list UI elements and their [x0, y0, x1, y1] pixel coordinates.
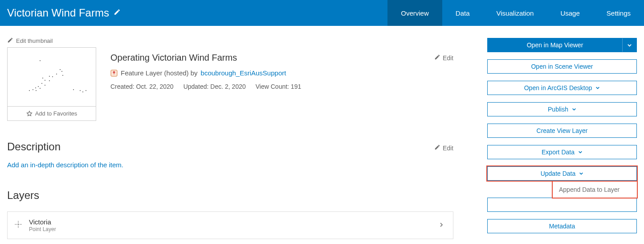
tabs: Overview Data Visualization Usage Settin…: [387, 0, 644, 26]
pencil-icon: [434, 54, 440, 62]
button-label: Open in ArcGIS Desktop: [524, 84, 592, 91]
overview-top-row: Add to Favorites Operating Victorian Win…: [7, 47, 453, 121]
pencil-icon: [7, 37, 13, 45]
meta-column: Operating Victorian Wind Farms Edit: [110, 47, 453, 121]
tab-usage[interactable]: Usage: [547, 0, 593, 26]
edit-title-icon[interactable]: [114, 8, 121, 17]
chevron-right-icon: [439, 221, 444, 229]
chevron-down-icon: [595, 86, 600, 90]
edit-label: Edit: [443, 54, 453, 62]
button-label: Export Data: [542, 149, 575, 156]
layers-heading: Layers: [7, 189, 39, 202]
edit-summary-button[interactable]: Edit: [434, 54, 453, 62]
layer-item[interactable]: Victoria Point Layer: [7, 211, 453, 239]
description-placeholder[interactable]: Add an in-depth description of the item.: [7, 161, 453, 169]
export-data-button[interactable]: Export Data: [487, 145, 637, 159]
edit-label: Edit: [443, 145, 453, 152]
update-data-button[interactable]: Update Data: [487, 166, 637, 181]
tab-data[interactable]: Data: [442, 0, 483, 26]
button-label: Create View Layer: [537, 127, 588, 134]
tab-settings[interactable]: Settings: [593, 0, 644, 26]
main: Edit thumbnail: [7, 37, 453, 240]
button-label: Open in Scene Viewer: [531, 63, 593, 70]
sidebar-actions: Open in Map Viewer Open in Scene Viewer …: [487, 37, 637, 240]
stats-row: Created: Oct. 22, 2020 Updated: Dec. 2, …: [110, 83, 453, 90]
button-label: Metadata: [549, 223, 575, 230]
edit-description-button[interactable]: Edit: [434, 144, 453, 152]
metadata-button[interactable]: Metadata: [487, 219, 637, 233]
point-layer-icon: [14, 220, 23, 231]
layer-name: Victoria: [29, 218, 432, 226]
updated-date: Updated: Dec. 2, 2020: [183, 83, 246, 90]
favorites-label: Add to Favorites: [35, 110, 77, 117]
chevron-down-icon: [572, 107, 576, 112]
content: Edit thumbnail: [0, 26, 644, 244]
append-data-option[interactable]: Append Data to Layer: [559, 186, 631, 193]
item-type-row: Feature Layer (hosted) by bcoubrough_Esr…: [110, 69, 453, 77]
pencil-icon: [434, 144, 440, 152]
description-head: Description Edit: [7, 141, 453, 153]
thumbnail-column: Add to Favorites: [7, 47, 96, 121]
header: Victorian Wind Farms Overview Data Visua…: [0, 0, 644, 26]
edit-thumbnail-label: Edit thumbnail: [16, 37, 53, 44]
view-count: View Count: 191: [256, 83, 301, 90]
create-view-layer-button[interactable]: Create View Layer: [487, 124, 637, 138]
open-scene-viewer-button[interactable]: Open in Scene Viewer: [487, 59, 637, 74]
author-link[interactable]: bcoubrough_EsriAusSupport: [201, 69, 286, 77]
button-label: Update Data: [541, 170, 576, 177]
tab-overview[interactable]: Overview: [387, 0, 442, 26]
feature-layer-icon: [110, 70, 118, 77]
edit-thumbnail-button[interactable]: Edit thumbnail: [7, 37, 453, 45]
layer-info: Victoria Point Layer: [29, 218, 432, 232]
chevron-down-icon[interactable]: [622, 38, 636, 52]
title-group: Victorian Wind Farms: [7, 7, 121, 19]
open-map-viewer-button[interactable]: Open in Map Viewer: [487, 38, 637, 52]
update-data-dropdown: Append Data to Layer: [552, 181, 638, 199]
item-title: Operating Victorian Wind Farms: [110, 53, 237, 63]
add-to-favorites-button[interactable]: Add to Favorites: [7, 107, 96, 121]
meta-head: Operating Victorian Wind Farms Edit: [110, 53, 453, 63]
description-heading: Description: [7, 141, 61, 153]
button-label: Open in Map Viewer: [527, 41, 583, 49]
thumbnail-image[interactable]: [7, 47, 96, 107]
open-arcgis-desktop-button[interactable]: Open in ArcGIS Desktop: [487, 81, 637, 95]
publish-button[interactable]: Publish: [487, 102, 637, 116]
layer-type: Point Layer: [29, 226, 432, 232]
chevron-down-icon: [578, 150, 583, 154]
item-type-label: Feature Layer (hosted) by: [121, 69, 198, 77]
button-label: Publish: [548, 106, 568, 113]
tab-visualization[interactable]: Visualization: [483, 0, 547, 26]
page-title: Victorian Wind Farms: [7, 7, 109, 19]
hidden-action-button[interactable]: [487, 198, 637, 212]
created-date: Created: Oct. 22, 2020: [110, 83, 174, 90]
chevron-down-icon: [579, 171, 583, 176]
svg-point-6: [18, 224, 19, 225]
update-data-highlight: Update Data Append Data to Layer: [486, 165, 638, 182]
star-icon: [26, 111, 33, 117]
layers-head: Layers: [7, 189, 453, 202]
